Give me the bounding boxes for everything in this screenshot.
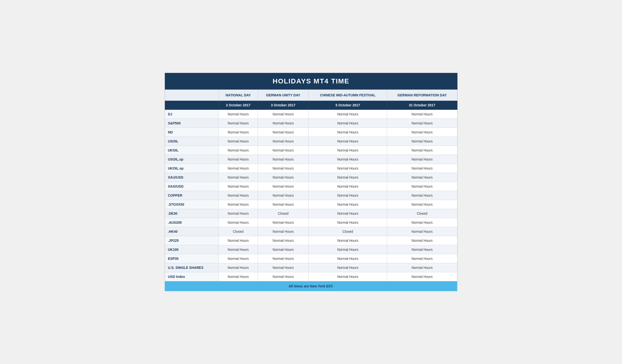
col3-cell: Normal Hours (309, 245, 387, 254)
table-row: USOIL.spNormal HoursNormal HoursNormal H… (165, 155, 457, 164)
col4-cell: Closed (387, 209, 457, 218)
col3-cell: Normal Hours (309, 182, 387, 191)
page-title: HOLIDAYS MT4 TIME (165, 73, 457, 90)
table-row: USD IndexNormal HoursNormal HoursNormal … (165, 272, 457, 281)
col2-cell: Normal Hours (258, 128, 309, 137)
col4-cell: Normal Hours (387, 182, 457, 191)
col2-cell: Normal Hours (258, 254, 309, 263)
table-row: NDNormal HoursNormal HoursNormal HoursNo… (165, 128, 457, 137)
col4-cell: Normal Hours (387, 227, 457, 236)
table-row: COPPERNormal HoursNormal HoursNormal Hou… (165, 191, 457, 200)
col2-cell: Normal Hours (258, 119, 309, 128)
col4-cell: Normal Hours (387, 128, 457, 137)
instrument-cell: .DE30 (165, 209, 219, 218)
col4-cell: Normal Hours (387, 263, 457, 272)
col4-cell: Normal Hours (387, 137, 457, 146)
col4-cell: Normal Hours (387, 119, 457, 128)
table-row: DJNormal HoursNormal HoursNormal HoursNo… (165, 110, 457, 119)
instrument-cell: .JP225 (165, 236, 219, 245)
col1-cell: Normal Hours (219, 128, 258, 137)
col2-cell: Normal Hours (258, 137, 309, 146)
col3-cell: Normal Hours (309, 155, 387, 164)
instrument-cell: USD Index (165, 272, 219, 281)
instrument-cell: XAG/USD (165, 182, 219, 191)
col1-header: NATIONAL DAY (219, 90, 258, 101)
footer-text: All times are New York EST. (165, 281, 457, 291)
col2-cell: Normal Hours (258, 245, 309, 254)
col3-cell: Normal Hours (309, 110, 387, 119)
col2-cell: Normal Hours (258, 218, 309, 227)
instrument-cell: .STOXX50 (165, 200, 219, 209)
col3-cell: Normal Hours (309, 236, 387, 245)
table-row: U.S. SINGLE SHARESNormal HoursNormal Hou… (165, 263, 457, 272)
table-body: DJNormal HoursNormal HoursNormal HoursNo… (165, 110, 457, 281)
col1-cell: Normal Hours (219, 236, 258, 245)
instrument-cell: USOIL.sp (165, 155, 219, 164)
col2-cell: Normal Hours (258, 191, 309, 200)
col3-cell: Normal Hours (309, 146, 387, 155)
col2-cell: Closed (258, 209, 309, 218)
table-row: ESP35Normal HoursNormal HoursNormal Hour… (165, 254, 457, 263)
col2-cell: Normal Hours (258, 182, 309, 191)
table-row: XAU/USDNormal HoursNormal HoursNormal Ho… (165, 173, 457, 182)
instrument-cell: U.S. SINGLE SHARES (165, 263, 219, 272)
col3-cell: Normal Hours (309, 137, 387, 146)
col4-header: GERMAN REFORMATION DAY (387, 90, 457, 101)
col4-cell: Normal Hours (387, 110, 457, 119)
instrument-cell: UKOIL (165, 146, 219, 155)
instrument-cell: UKOIL.sp (165, 164, 219, 173)
col1-cell: Normal Hours (219, 137, 258, 146)
table-row: .AUS200Normal HoursNormal HoursNormal Ho… (165, 218, 457, 227)
instrument-cell: ND (165, 128, 219, 137)
col1-cell: Normal Hours (219, 209, 258, 218)
column-headers: NATIONAL DAY GERMAN UNITY DAY CHINESE MI… (165, 90, 457, 101)
col3-cell: Normal Hours (309, 128, 387, 137)
table-row: S&P500Normal HoursNormal HoursNormal Hou… (165, 119, 457, 128)
col3-cell: Normal Hours (309, 200, 387, 209)
instrument-cell: ESP35 (165, 254, 219, 263)
col3-cell: Normal Hours (309, 272, 387, 281)
col4-date: 31 October 2017 (387, 101, 457, 110)
col2-cell: Normal Hours (258, 155, 309, 164)
col1-cell: Normal Hours (219, 182, 258, 191)
table-row: .STOXX50Normal HoursNormal HoursNormal H… (165, 200, 457, 209)
col2-header: GERMAN UNITY DAY (258, 90, 309, 101)
table-row: .DE30Normal HoursClosedNormal HoursClose… (165, 209, 457, 218)
table-row: UKOIL.spNormal HoursNormal HoursNormal H… (165, 164, 457, 173)
table-row: UK100Normal HoursNormal HoursNormal Hour… (165, 245, 457, 254)
col1-cell: Normal Hours (219, 110, 258, 119)
col2-cell: Normal Hours (258, 110, 309, 119)
col4-cell: Normal Hours (387, 272, 457, 281)
col4-cell: Normal Hours (387, 254, 457, 263)
col4-cell: Normal Hours (387, 164, 457, 173)
instrument-cell: DJ (165, 110, 219, 119)
col3-cell: Normal Hours (309, 191, 387, 200)
footer-row: All times are New York EST. (165, 281, 457, 291)
date-row-label (165, 101, 219, 110)
date-row: 2 October 2017 3 October 2017 5 October … (165, 101, 457, 110)
col4-cell: Normal Hours (387, 245, 457, 254)
instrument-cell: XAU/USD (165, 173, 219, 182)
col1-cell: Normal Hours (219, 254, 258, 263)
col1-cell: Normal Hours (219, 119, 258, 128)
col1-cell: Normal Hours (219, 146, 258, 155)
table-row: USOILNormal HoursNormal HoursNormal Hour… (165, 137, 457, 146)
main-container: HOLIDAYS MT4 TIME NATIONAL DAY GERMAN UN… (165, 73, 458, 291)
col3-cell: Normal Hours (309, 164, 387, 173)
instrument-cell: UK100 (165, 245, 219, 254)
table-row: UKOILNormal HoursNormal HoursNormal Hour… (165, 146, 457, 155)
col2-cell: Normal Hours (258, 236, 309, 245)
col1-cell: Normal Hours (219, 272, 258, 281)
col1-cell: Normal Hours (219, 218, 258, 227)
col3-cell: Normal Hours (309, 263, 387, 272)
col4-cell: Normal Hours (387, 191, 457, 200)
table-row: XAG/USDNormal HoursNormal HoursNormal Ho… (165, 182, 457, 191)
col3-cell: Normal Hours (309, 218, 387, 227)
col1-date: 2 October 2017 (219, 101, 258, 110)
col3-cell: Normal Hours (309, 254, 387, 263)
instrument-cell: .HK40 (165, 227, 219, 236)
instrument-cell: S&P500 (165, 119, 219, 128)
col1-cell: Normal Hours (219, 173, 258, 182)
col1-cell: Normal Hours (219, 155, 258, 164)
holidays-table: NATIONAL DAY GERMAN UNITY DAY CHINESE MI… (165, 90, 457, 291)
